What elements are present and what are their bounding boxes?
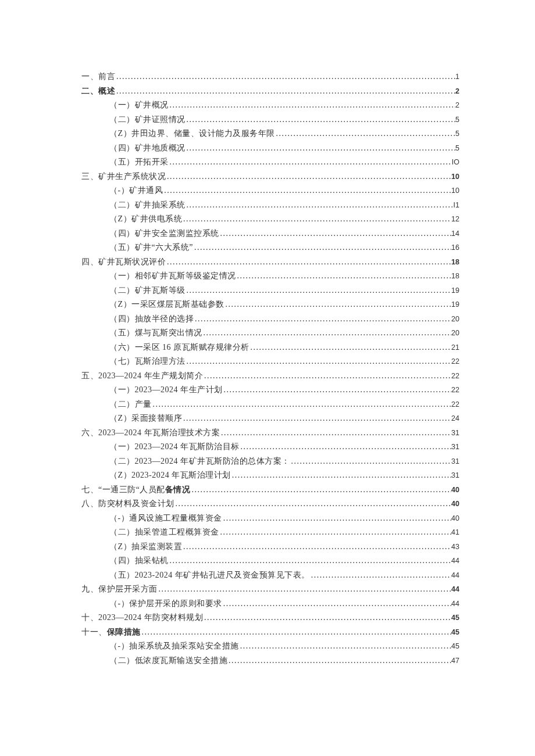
toc-page: 31 [451, 441, 459, 454]
toc-entry: 七、“一通三防“人员配备情况40 [81, 483, 459, 497]
toc-label: （Z）矿井供电系统 [109, 212, 182, 227]
toc-leader [186, 284, 452, 298]
toc-label: （二）2023—2024 年矿井瓦斯防治的总体方案： [109, 454, 290, 469]
toc-page: 5 [455, 128, 459, 141]
toc-entry: （五）开拓开采IO [109, 155, 459, 170]
toc-leader [224, 298, 452, 312]
toc-entry: （-）矿井通风10 [109, 184, 459, 198]
toc-entry: 一、前言1 [81, 70, 459, 84]
toc-page: 40 [451, 513, 459, 525]
toc-page: 5 [455, 142, 459, 155]
toc-leader [236, 269, 452, 284]
toc-label: 十一、保障措施 [81, 625, 141, 640]
toc-entry: 十、2023—2024 年防突材料规划45 [81, 611, 459, 625]
toc-entry: （二）矿井证照情况5 [109, 113, 459, 127]
toc-page: 5 [455, 114, 459, 127]
toc-label: 一、前言 [81, 70, 115, 84]
toc-entry: （二）产量22 [109, 397, 459, 412]
toc-page: 18 [451, 256, 459, 269]
toc-entry: （五）矿井“六大系统”16 [109, 241, 459, 255]
toc-page: 44 [451, 569, 459, 582]
toc-leader [169, 155, 452, 170]
toc-leader [219, 227, 452, 241]
toc-leader [275, 127, 455, 141]
toc-page: 12 [451, 213, 459, 226]
toc-page: 16 [451, 242, 459, 255]
toc-leader [194, 312, 451, 327]
toc-page: 22 [451, 399, 459, 411]
toc-entry: （一）相邻矿井瓦斯等级鉴定情况18 [109, 269, 459, 284]
toc-leader [220, 426, 451, 440]
toc-entry: （五）煤与瓦斯突出情况20 [109, 326, 459, 341]
toc-leader [227, 654, 451, 668]
toc-leader [290, 454, 452, 469]
toc-page: 44 [451, 555, 459, 568]
toc-page: 44 [451, 598, 459, 611]
toc-entry: （四）矿井地质概况5 [109, 141, 459, 156]
toc-label: （Z）抽采监测装置 [109, 540, 182, 554]
toc-entry: 三、矿井生产系统状况10 [81, 170, 459, 184]
toc-label: （二）矿井抽采系统 [109, 198, 186, 213]
toc-leader [202, 326, 452, 341]
toc-entry: （一）矿井概况2 [109, 98, 459, 113]
toc-entry: 二、概述2 [81, 84, 459, 99]
toc-entry: 四、矿井瓦斯状况评价18 [81, 255, 459, 270]
toc-page: 24 [451, 413, 459, 425]
toc-entry: （Z）采面接替顺序24 [109, 411, 459, 426]
toc-label: （一）相邻矿井瓦斯等级鉴定情况 [109, 269, 236, 284]
toc-entry: （五）2023-2024 年矿井钻孔进尺及资金预算见下表。44 [109, 568, 459, 583]
toc-leader [231, 468, 451, 483]
toc-page: 21 [451, 342, 459, 354]
toc-entry: （-）保护层开采的原则和要求44 [109, 597, 459, 611]
toc-page: 22 [451, 370, 459, 383]
toc-label: 九、保护层开采方面 [81, 582, 158, 597]
toc-page: 1 [455, 71, 459, 84]
toc-leader [249, 341, 452, 355]
toc-label: （七）瓦斯治理方法 [109, 354, 186, 369]
toc-page: 41 [451, 526, 459, 539]
toc-entry: （Z）矿井供电系统12 [109, 212, 459, 227]
toc-page: 31 [451, 470, 459, 482]
toc-label: 四、矿井瓦斯状况评价 [81, 255, 166, 270]
toc-label: （四）矿井安全监测监控系统 [109, 227, 219, 241]
toc-label: （二）矿井证照情况 [109, 113, 186, 127]
toc-leader [115, 84, 455, 99]
toc-leader [174, 497, 452, 511]
toc-label: （二）抽采管道工程概算资金 [109, 525, 219, 540]
toc-label: （-）通风设施工程量概算资金 [109, 511, 222, 526]
toc-page: 2 [455, 99, 459, 112]
toc-label: （Z）一采区煤层瓦斯基础参数 [109, 298, 224, 312]
toc-leader [223, 383, 452, 397]
toc-leader [186, 113, 456, 127]
toc-entry: （二）矿井瓦斯等级19 [109, 284, 459, 298]
toc-entry: （七）瓦斯治理方法22 [109, 354, 459, 369]
toc-entry: 六、2023—2024 年瓦斯治理技术方案31 [81, 426, 459, 440]
toc-entry: 五、2023—2024 年生产规划简介22 [81, 369, 459, 384]
toc-entry: （一）2023—2024 年生产计划22 [109, 383, 459, 397]
toc-entry: （二）2023—2024 年矿井瓦斯防治的总体方案：31 [109, 454, 459, 469]
toc-page: 31 [451, 427, 459, 440]
toc-label: （一）2023—2024 年生产计划 [109, 383, 223, 397]
toc-page: 19 [451, 285, 459, 298]
toc-page: 10 [451, 171, 459, 184]
toc-leader [186, 354, 452, 369]
toc-page: 40 [451, 498, 459, 511]
toc-label: 八、防突材料及资金计划 [81, 497, 174, 511]
toc-leader [186, 141, 456, 156]
toc-leader [186, 198, 454, 213]
toc-label: （-）保护层开采的原则和要求 [109, 597, 222, 611]
toc-leader [169, 98, 456, 113]
toc-leader [310, 568, 451, 583]
toc-leader [190, 483, 451, 497]
toc-entry: （-）抽采系统及抽采泵站安全措施45 [109, 639, 459, 654]
toc-label: （六）一采区 16 原瓦斯赋存规律分析 [109, 341, 249, 355]
toc-label: （二）矿井瓦斯等级 [109, 284, 186, 298]
toc-page: 20 [451, 313, 459, 326]
toc-label: （二）产量 [109, 397, 152, 412]
toc-leader [182, 212, 451, 227]
toc-entry: 十一、保障措施45 [81, 625, 459, 640]
toc-page: 20 [451, 327, 459, 340]
toc-leader [219, 525, 452, 540]
toc-leader [158, 582, 452, 597]
toc-entry: （四）抽放半径的选择20 [109, 312, 459, 327]
